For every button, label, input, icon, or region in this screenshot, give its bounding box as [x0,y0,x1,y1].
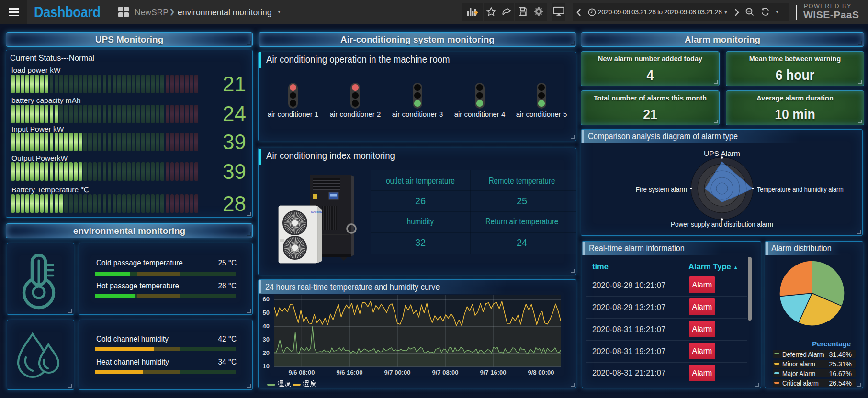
svg-text:SAIRUO: SAIRUO [310,210,322,213]
